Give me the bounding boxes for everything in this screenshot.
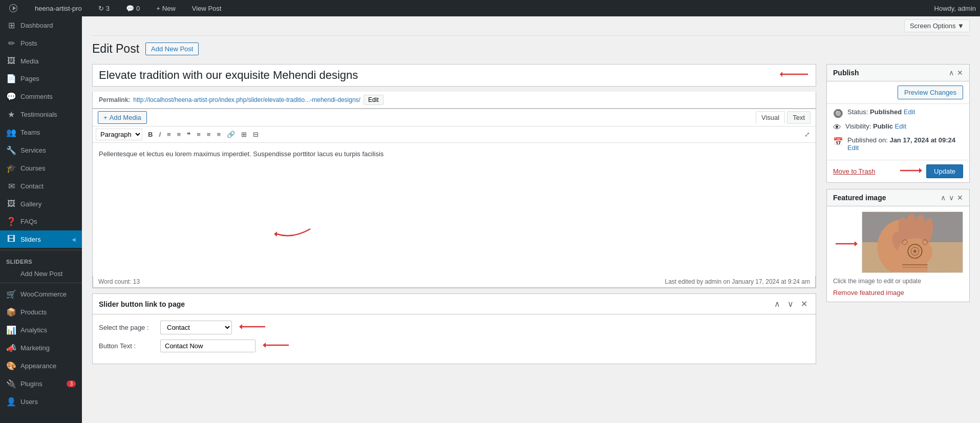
slider-button-box-header[interactable]: Slider button link to page ∧ ∨ ✕ (93, 294, 816, 314)
publish-collapse-btn[interactable]: ∧ (949, 69, 954, 77)
sidebar-item-woocommerce[interactable]: 🛒 WooCommerce (0, 285, 82, 303)
italic-button[interactable]: I (156, 129, 163, 140)
wp-logo-item[interactable] (4, 0, 23, 16)
sidebar-item-faqs[interactable]: ❓ FAQs (0, 213, 82, 230)
new-item[interactable]: + New (152, 0, 180, 16)
text-tab[interactable]: Text (787, 111, 811, 124)
slider-box-close-btn[interactable]: ✕ (799, 298, 809, 310)
products-icon: 📦 (6, 307, 16, 317)
publish-status-list: 🔘 Status: Published Edit 👁 Visibility: (827, 104, 969, 160)
blockquote-button[interactable]: ❝ (184, 129, 193, 140)
sidebar-item-posts[interactable]: ✏ Posts (0, 34, 82, 52)
unordered-list-button[interactable]: ≡ (164, 129, 174, 140)
featured-image-preview[interactable] (862, 212, 963, 273)
link-button[interactable]: 🔗 (224, 129, 238, 140)
dashboard-icon: ⊞ (6, 20, 16, 30)
button-text-input[interactable] (160, 340, 255, 352)
sidebar-item-marketing[interactable]: 📣 Marketing (0, 339, 82, 357)
main-content: Screen Options ▼ Edit Post Add New Post (82, 16, 980, 423)
marketing-icon: 📣 (6, 343, 16, 353)
add-media-icon: + (103, 114, 108, 121)
publish-box-header: Publish ∧ ✕ (827, 65, 969, 81)
visibility-item: 👁 Visibility: Public Edit (833, 122, 963, 132)
add-media-button[interactable]: + Add Media (98, 111, 147, 124)
select-page-dropdown[interactable]: Contact (160, 321, 232, 334)
updates-count: 3 (106, 5, 110, 12)
sidebar-item-products[interactable]: 📦 Products (0, 303, 82, 321)
sidebar-item-courses[interactable]: 🎓 Courses (0, 159, 82, 177)
slider-button-box-content: Select the page : Contact (93, 314, 816, 364)
fullscreen-button[interactable]: ⤢ (802, 129, 813, 140)
post-status-info: Word count: 13 Last edited by admin on J… (93, 276, 816, 288)
permalink-edit-button[interactable]: Edit (364, 95, 384, 105)
remove-featured-image-link[interactable]: Remove featured image (833, 289, 904, 297)
sidebar-item-media[interactable]: 🖼 Media (0, 52, 82, 70)
updates-item[interactable]: ↻ 3 (94, 0, 114, 16)
fi-close-btn[interactable]: ✕ (957, 194, 963, 202)
paragraph-select[interactable]: Paragraph (96, 129, 142, 140)
title-arrow-svg (780, 69, 811, 79)
fi-collapse-btn[interactable]: ∧ (941, 194, 946, 202)
editor-content[interactable]: Pellentesque et lectus eu lorem maximus … (93, 143, 816, 276)
title-div (92, 64, 816, 87)
align-left-button[interactable]: ≡ (194, 129, 203, 140)
fi-click-text: Click the image to edit or update (833, 277, 963, 286)
sidebar-item-pages[interactable]: 📄 Pages (0, 70, 82, 88)
visual-tab[interactable]: Visual (756, 111, 785, 124)
update-button[interactable]: Update (926, 164, 963, 178)
teams-icon: 👥 (6, 128, 16, 137)
ordered-list-button[interactable]: ≡ (175, 129, 184, 140)
view-post-item[interactable]: View Post (188, 0, 226, 16)
title-area: Permalink: http://localhost/heena-artist… (92, 64, 816, 109)
sidebar-sub-add-new-post[interactable]: Add New Post (0, 267, 82, 281)
featured-image-title: Featured image (833, 194, 886, 202)
select-page-row: Select the page : Contact (99, 321, 809, 334)
sidebar-item-testimonials[interactable]: ★ Testimonials (0, 105, 82, 123)
featured-image-box: Featured image ∧ ∨ ✕ (826, 189, 970, 302)
permalink-link[interactable]: http://localhost/heena-artist-pro/index.… (133, 96, 360, 103)
sliders-icon: 🎞 (6, 235, 16, 244)
add-new-post-button[interactable]: Add New Post (145, 43, 199, 55)
section-sliders-label: Sliders (0, 252, 82, 267)
sidebar-item-comments[interactable]: 💬 Comments (0, 88, 82, 105)
table-button[interactable]: ⊞ (239, 129, 249, 140)
screen-options-button[interactable]: Screen Options ▼ (904, 19, 970, 32)
featured-image-link[interactable] (862, 212, 963, 273)
post-title-input[interactable] (93, 65, 780, 86)
sidebar-item-services[interactable]: 🔧 Services (0, 141, 82, 159)
sidebar-item-teams[interactable]: 👥 Teams (0, 123, 82, 141)
align-right-button[interactable]: ≡ (214, 129, 223, 140)
more-button[interactable]: ⊟ (250, 129, 261, 140)
slider-box-expand-btn[interactable]: ∨ (785, 298, 796, 310)
sliders-arrow: ◀ (72, 237, 76, 242)
editor-tools-bar: + Add Media Visual Text (93, 109, 816, 126)
edit-post-header: Edit Post Add New Post (92, 42, 970, 56)
sidebar-item-users[interactable]: 👤 Users (0, 393, 82, 411)
move-to-trash-button[interactable]: Move to Trash (833, 167, 875, 175)
button-text-row: Button Text : (99, 340, 809, 352)
publish-close-btn[interactable]: ✕ (957, 69, 963, 77)
sidebar-item-dashboard[interactable]: ⊞ Dashboard (0, 16, 82, 34)
publish-header-controls: ∧ ✕ (949, 69, 963, 77)
align-center-button[interactable]: ≡ (204, 129, 214, 140)
comments-item[interactable]: 💬 0 (122, 0, 144, 16)
post-body: Permalink: http://localhost/heena-artist… (92, 64, 970, 370)
bold-button[interactable]: B (145, 129, 155, 140)
published-edit-link[interactable]: Edit (847, 144, 859, 152)
site-name-item[interactable]: heena-artist-pro (31, 0, 86, 16)
sidebar-item-contact[interactable]: ✉ Contact (0, 177, 82, 195)
pages-icon: 📄 (6, 74, 16, 83)
sidebar-item-sliders[interactable]: 🎞 Sliders ◀ (0, 230, 82, 248)
slider-box-collapse-btn[interactable]: ∧ (772, 298, 782, 310)
featured-image-with-arrow (833, 212, 963, 277)
appearance-icon: 🎨 (6, 361, 16, 371)
sidebar-item-appearance[interactable]: 🎨 Appearance (0, 357, 82, 375)
sidebar-item-analytics[interactable]: 📊 Analytics (0, 321, 82, 339)
visibility-edit-link[interactable]: Edit (895, 122, 906, 130)
howdy-text: Howdy, admin (934, 5, 976, 12)
status-edit-link[interactable]: Edit (904, 108, 915, 116)
preview-changes-button[interactable]: Preview Changes (898, 86, 963, 99)
sidebar-item-plugins[interactable]: 🔌 Plugins 3 (0, 375, 82, 393)
fi-expand-btn[interactable]: ∨ (949, 194, 954, 202)
sidebar-item-gallery[interactable]: 🖼 Gallery (0, 195, 82, 213)
